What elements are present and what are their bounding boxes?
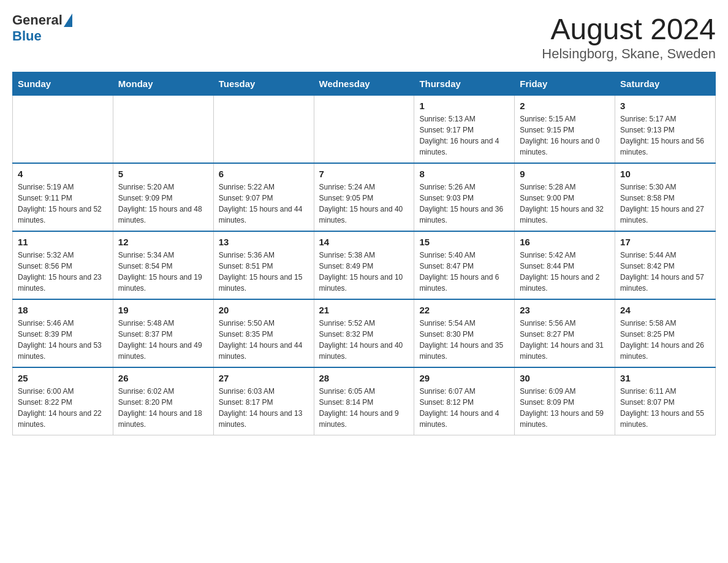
calendar-cell: 17Sunrise: 5:44 AM Sunset: 8:42 PM Dayli… bbox=[615, 231, 716, 299]
calendar-cell: 1Sunrise: 5:13 AM Sunset: 9:17 PM Daylig… bbox=[414, 96, 515, 164]
calendar-cell: 15Sunrise: 5:40 AM Sunset: 8:47 PM Dayli… bbox=[414, 231, 515, 299]
day-info: Sunrise: 5:58 AM Sunset: 8:25 PM Dayligh… bbox=[620, 318, 710, 362]
logo-block: General Blue bbox=[12, 12, 72, 44]
day-number: 3 bbox=[620, 101, 710, 111]
calendar-header-thursday: Thursday bbox=[414, 72, 515, 96]
page-header: General Blue August 2024 Helsingborg, Sk… bbox=[12, 12, 716, 62]
calendar-cell: 10Sunrise: 5:30 AM Sunset: 8:58 PM Dayli… bbox=[615, 163, 716, 231]
calendar-cell: 12Sunrise: 5:34 AM Sunset: 8:54 PM Dayli… bbox=[113, 231, 213, 299]
day-number: 19 bbox=[118, 305, 208, 315]
day-number: 20 bbox=[219, 305, 309, 315]
calendar-cell: 26Sunrise: 6:02 AM Sunset: 8:20 PM Dayli… bbox=[113, 367, 213, 435]
day-info: Sunrise: 6:05 AM Sunset: 8:14 PM Dayligh… bbox=[319, 386, 409, 430]
calendar-cell: 9Sunrise: 5:28 AM Sunset: 9:00 PM Daylig… bbox=[515, 163, 615, 231]
day-number: 13 bbox=[219, 237, 309, 247]
day-number: 24 bbox=[620, 305, 710, 315]
calendar-cell: 30Sunrise: 6:09 AM Sunset: 8:09 PM Dayli… bbox=[515, 367, 615, 435]
day-number: 27 bbox=[219, 373, 309, 383]
day-info: Sunrise: 6:00 AM Sunset: 8:22 PM Dayligh… bbox=[18, 386, 108, 430]
day-number: 18 bbox=[18, 305, 108, 315]
day-number: 16 bbox=[520, 237, 610, 247]
calendar-header-friday: Friday bbox=[515, 72, 615, 96]
calendar-cell: 29Sunrise: 6:07 AM Sunset: 8:12 PM Dayli… bbox=[414, 367, 515, 435]
calendar-cell: 5Sunrise: 5:20 AM Sunset: 9:09 PM Daylig… bbox=[113, 163, 213, 231]
calendar-cell: 21Sunrise: 5:52 AM Sunset: 8:32 PM Dayli… bbox=[314, 299, 414, 367]
day-number: 30 bbox=[520, 373, 610, 383]
calendar-cell: 31Sunrise: 6:11 AM Sunset: 8:07 PM Dayli… bbox=[615, 367, 716, 435]
day-info: Sunrise: 5:50 AM Sunset: 8:35 PM Dayligh… bbox=[219, 318, 309, 362]
day-info: Sunrise: 6:09 AM Sunset: 8:09 PM Dayligh… bbox=[520, 386, 610, 430]
logo: General Blue bbox=[12, 12, 72, 44]
calendar-cell: 24Sunrise: 5:58 AM Sunset: 8:25 PM Dayli… bbox=[615, 299, 716, 367]
calendar-cell: 14Sunrise: 5:38 AM Sunset: 8:49 PM Dayli… bbox=[314, 231, 414, 299]
calendar-cell: 8Sunrise: 5:26 AM Sunset: 9:03 PM Daylig… bbox=[414, 163, 515, 231]
calendar-cell: 4Sunrise: 5:19 AM Sunset: 9:11 PM Daylig… bbox=[13, 163, 113, 231]
day-number: 22 bbox=[419, 305, 509, 315]
day-info: Sunrise: 5:34 AM Sunset: 8:54 PM Dayligh… bbox=[118, 250, 208, 294]
day-info: Sunrise: 5:36 AM Sunset: 8:51 PM Dayligh… bbox=[219, 250, 309, 294]
calendar-cell: 20Sunrise: 5:50 AM Sunset: 8:35 PM Dayli… bbox=[213, 299, 314, 367]
calendar-cell: 19Sunrise: 5:48 AM Sunset: 8:37 PM Dayli… bbox=[113, 299, 213, 367]
day-info: Sunrise: 5:56 AM Sunset: 8:27 PM Dayligh… bbox=[520, 318, 610, 362]
calendar-header-tuesday: Tuesday bbox=[213, 72, 314, 96]
day-number: 8 bbox=[419, 169, 509, 179]
calendar-cell: 22Sunrise: 5:54 AM Sunset: 8:30 PM Dayli… bbox=[414, 299, 515, 367]
calendar-cell bbox=[213, 96, 314, 164]
day-number: 29 bbox=[419, 373, 509, 383]
calendar-header-row: SundayMondayTuesdayWednesdayThursdayFrid… bbox=[13, 72, 716, 96]
day-number: 9 bbox=[520, 169, 610, 179]
day-info: Sunrise: 5:15 AM Sunset: 9:15 PM Dayligh… bbox=[520, 113, 610, 158]
calendar-cell: 2Sunrise: 5:15 AM Sunset: 9:15 PM Daylig… bbox=[515, 96, 615, 164]
calendar-cell: 23Sunrise: 5:56 AM Sunset: 8:27 PM Dayli… bbox=[515, 299, 615, 367]
day-info: Sunrise: 5:13 AM Sunset: 9:17 PM Dayligh… bbox=[419, 113, 509, 158]
day-info: Sunrise: 5:24 AM Sunset: 9:05 PM Dayligh… bbox=[319, 182, 409, 226]
calendar-table: SundayMondayTuesdayWednesdayThursdayFrid… bbox=[12, 72, 716, 435]
logo-blue-text: Blue bbox=[12, 28, 42, 44]
day-number: 5 bbox=[118, 169, 208, 179]
day-number: 15 bbox=[419, 237, 509, 247]
day-info: Sunrise: 6:07 AM Sunset: 8:12 PM Dayligh… bbox=[419, 386, 509, 430]
calendar-cell bbox=[13, 96, 113, 164]
day-number: 17 bbox=[620, 237, 710, 247]
day-info: Sunrise: 5:28 AM Sunset: 9:00 PM Dayligh… bbox=[520, 182, 610, 226]
day-number: 23 bbox=[520, 305, 610, 315]
day-number: 12 bbox=[118, 237, 208, 247]
calendar-cell: 6Sunrise: 5:22 AM Sunset: 9:07 PM Daylig… bbox=[213, 163, 314, 231]
day-info: Sunrise: 5:26 AM Sunset: 9:03 PM Dayligh… bbox=[419, 182, 509, 226]
logo-general-text: General bbox=[12, 12, 63, 28]
calendar-cell: 25Sunrise: 6:00 AM Sunset: 8:22 PM Dayli… bbox=[13, 367, 113, 435]
day-info: Sunrise: 5:42 AM Sunset: 8:44 PM Dayligh… bbox=[520, 250, 610, 294]
logo-triangle-icon bbox=[64, 13, 72, 27]
day-number: 1 bbox=[419, 101, 509, 111]
calendar-week-row: 18Sunrise: 5:46 AM Sunset: 8:39 PM Dayli… bbox=[13, 299, 716, 367]
calendar-cell: 27Sunrise: 6:03 AM Sunset: 8:17 PM Dayli… bbox=[213, 367, 314, 435]
day-number: 10 bbox=[620, 169, 710, 179]
day-info: Sunrise: 5:22 AM Sunset: 9:07 PM Dayligh… bbox=[219, 182, 309, 226]
day-number: 26 bbox=[118, 373, 208, 383]
calendar-header-wednesday: Wednesday bbox=[314, 72, 414, 96]
day-number: 31 bbox=[620, 373, 710, 383]
day-number: 2 bbox=[520, 101, 610, 111]
day-info: Sunrise: 5:17 AM Sunset: 9:13 PM Dayligh… bbox=[620, 113, 710, 158]
day-info: Sunrise: 5:38 AM Sunset: 8:49 PM Dayligh… bbox=[319, 250, 409, 294]
day-number: 7 bbox=[319, 169, 409, 179]
day-number: 11 bbox=[18, 237, 108, 247]
calendar-header-sunday: Sunday bbox=[13, 72, 113, 96]
calendar-cell: 16Sunrise: 5:42 AM Sunset: 8:44 PM Dayli… bbox=[515, 231, 615, 299]
calendar-cell: 18Sunrise: 5:46 AM Sunset: 8:39 PM Dayli… bbox=[13, 299, 113, 367]
calendar-cell bbox=[113, 96, 213, 164]
calendar-header-saturday: Saturday bbox=[615, 72, 716, 96]
day-info: Sunrise: 5:54 AM Sunset: 8:30 PM Dayligh… bbox=[419, 318, 509, 362]
calendar-cell: 7Sunrise: 5:24 AM Sunset: 9:05 PM Daylig… bbox=[314, 163, 414, 231]
title-block: August 2024 Helsingborg, Skane, Sweden bbox=[542, 12, 716, 62]
day-info: Sunrise: 5:19 AM Sunset: 9:11 PM Dayligh… bbox=[18, 182, 108, 226]
day-number: 14 bbox=[319, 237, 409, 247]
calendar-week-row: 11Sunrise: 5:32 AM Sunset: 8:56 PM Dayli… bbox=[13, 231, 716, 299]
day-info: Sunrise: 5:20 AM Sunset: 9:09 PM Dayligh… bbox=[118, 182, 208, 226]
calendar-cell: 3Sunrise: 5:17 AM Sunset: 9:13 PM Daylig… bbox=[615, 96, 716, 164]
day-info: Sunrise: 5:52 AM Sunset: 8:32 PM Dayligh… bbox=[319, 318, 409, 362]
calendar-week-row: 4Sunrise: 5:19 AM Sunset: 9:11 PM Daylig… bbox=[13, 163, 716, 231]
location-text: Helsingborg, Skane, Sweden bbox=[542, 46, 716, 62]
day-number: 28 bbox=[319, 373, 409, 383]
month-year-title: August 2024 bbox=[542, 12, 716, 46]
